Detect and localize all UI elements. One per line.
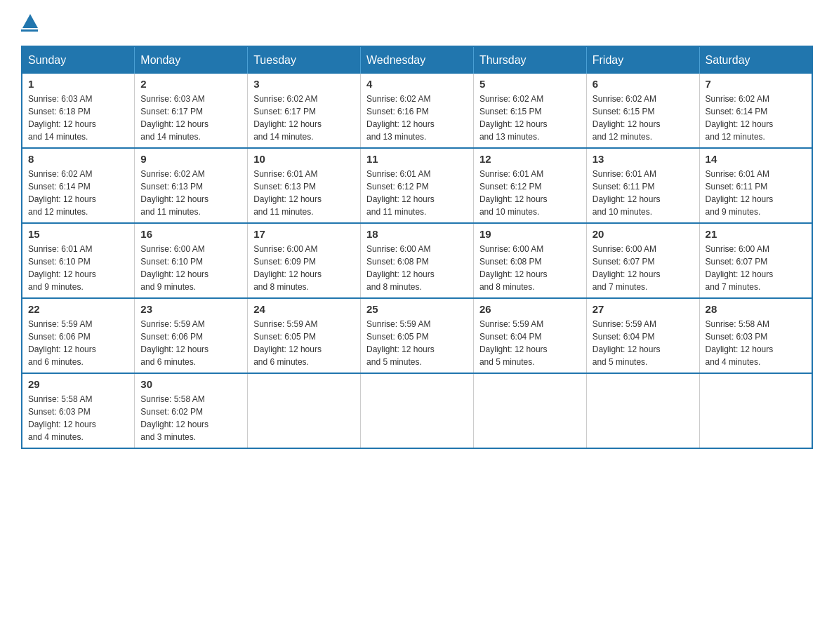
day-info: Sunrise: 6:00 AMSunset: 6:07 PMDaylight:… <box>593 243 694 293</box>
weekday-header-thursday: Thursday <box>473 46 586 74</box>
calendar-week-4: 22Sunrise: 5:59 AMSunset: 6:06 PMDayligh… <box>22 298 812 373</box>
calendar-cell: 11Sunrise: 6:01 AMSunset: 6:12 PMDayligh… <box>361 148 474 223</box>
calendar-cell: 18Sunrise: 6:00 AMSunset: 6:08 PMDayligh… <box>361 223 474 298</box>
day-number: 28 <box>706 303 806 315</box>
weekday-header-tuesday: Tuesday <box>248 46 361 74</box>
calendar-cell: 24Sunrise: 5:59 AMSunset: 6:05 PMDayligh… <box>248 298 361 373</box>
calendar-cell: 10Sunrise: 6:01 AMSunset: 6:13 PMDayligh… <box>248 148 361 223</box>
weekday-header-monday: Monday <box>135 46 248 74</box>
day-number: 9 <box>140 153 241 165</box>
day-number: 13 <box>593 153 694 165</box>
calendar-cell: 25Sunrise: 5:59 AMSunset: 6:05 PMDayligh… <box>361 298 474 373</box>
weekday-header-sunday: Sunday <box>22 46 135 74</box>
day-number: 8 <box>28 153 128 165</box>
day-number: 25 <box>366 303 468 315</box>
calendar-cell <box>361 373 474 448</box>
calendar-week-3: 15Sunrise: 6:01 AMSunset: 6:10 PMDayligh… <box>22 223 812 298</box>
day-info: Sunrise: 5:58 AMSunset: 6:03 PMDaylight:… <box>706 318 806 368</box>
weekday-header-friday: Friday <box>586 46 699 74</box>
day-number: 18 <box>366 228 468 240</box>
calendar-cell: 26Sunrise: 5:59 AMSunset: 6:04 PMDayligh… <box>473 298 586 373</box>
day-number: 1 <box>28 78 128 90</box>
calendar-cell: 12Sunrise: 6:01 AMSunset: 6:12 PMDayligh… <box>473 148 586 223</box>
day-number: 3 <box>253 78 355 90</box>
calendar-header-row: SundayMondayTuesdayWednesdayThursdayFrid… <box>22 46 812 74</box>
calendar-cell: 16Sunrise: 6:00 AMSunset: 6:10 PMDayligh… <box>135 223 248 298</box>
day-info: Sunrise: 6:01 AMSunset: 6:10 PMDaylight:… <box>28 243 128 293</box>
day-number: 30 <box>140 378 241 390</box>
day-info: Sunrise: 6:00 AMSunset: 6:08 PMDaylight:… <box>479 243 581 293</box>
calendar-cell: 4Sunrise: 6:02 AMSunset: 6:16 PMDaylight… <box>361 74 474 148</box>
page-header <box>21 14 813 32</box>
day-info: Sunrise: 6:02 AMSunset: 6:16 PMDaylight:… <box>366 93 468 143</box>
day-number: 6 <box>593 78 694 90</box>
day-info: Sunrise: 5:59 AMSunset: 6:05 PMDaylight:… <box>253 318 355 368</box>
day-info: Sunrise: 6:02 AMSunset: 6:14 PMDaylight:… <box>706 93 806 143</box>
day-info: Sunrise: 6:01 AMSunset: 6:12 PMDaylight:… <box>479 168 581 218</box>
day-number: 15 <box>28 228 128 240</box>
day-number: 19 <box>479 228 581 240</box>
svg-marker-0 <box>22 14 38 28</box>
day-number: 10 <box>253 153 355 165</box>
calendar-cell: 14Sunrise: 6:01 AMSunset: 6:11 PMDayligh… <box>699 148 812 223</box>
day-number: 7 <box>706 78 806 90</box>
day-info: Sunrise: 5:59 AMSunset: 6:06 PMDaylight:… <box>28 318 128 368</box>
logo-underline <box>21 29 38 32</box>
calendar-cell <box>586 373 699 448</box>
day-info: Sunrise: 6:03 AMSunset: 6:18 PMDaylight:… <box>28 93 128 143</box>
calendar-cell <box>473 373 586 448</box>
day-number: 21 <box>706 228 806 240</box>
day-number: 5 <box>479 78 581 90</box>
day-number: 29 <box>28 378 128 390</box>
day-number: 2 <box>140 78 241 90</box>
day-info: Sunrise: 5:58 AMSunset: 6:02 PMDaylight:… <box>140 393 241 443</box>
day-number: 20 <box>593 228 694 240</box>
calendar-cell: 21Sunrise: 6:00 AMSunset: 6:07 PMDayligh… <box>699 223 812 298</box>
calendar-cell: 13Sunrise: 6:01 AMSunset: 6:11 PMDayligh… <box>586 148 699 223</box>
day-info: Sunrise: 6:02 AMSunset: 6:14 PMDaylight:… <box>28 168 128 218</box>
day-info: Sunrise: 5:59 AMSunset: 6:05 PMDaylight:… <box>366 318 468 368</box>
calendar-cell <box>699 373 812 448</box>
day-number: 27 <box>593 303 694 315</box>
calendar-cell: 20Sunrise: 6:00 AMSunset: 6:07 PMDayligh… <box>586 223 699 298</box>
calendar-cell: 2Sunrise: 6:03 AMSunset: 6:17 PMDaylight… <box>135 74 248 148</box>
calendar-cell: 1Sunrise: 6:03 AMSunset: 6:18 PMDaylight… <box>22 74 135 148</box>
day-info: Sunrise: 6:02 AMSunset: 6:17 PMDaylight:… <box>253 93 355 143</box>
calendar-cell: 28Sunrise: 5:58 AMSunset: 6:03 PMDayligh… <box>699 298 812 373</box>
day-info: Sunrise: 6:00 AMSunset: 6:07 PMDaylight:… <box>706 243 806 293</box>
day-info: Sunrise: 6:00 AMSunset: 6:10 PMDaylight:… <box>140 243 241 293</box>
day-number: 17 <box>253 228 355 240</box>
day-info: Sunrise: 6:02 AMSunset: 6:15 PMDaylight:… <box>593 93 694 143</box>
day-number: 23 <box>140 303 241 315</box>
calendar-cell: 19Sunrise: 6:00 AMSunset: 6:08 PMDayligh… <box>473 223 586 298</box>
calendar-week-2: 8Sunrise: 6:02 AMSunset: 6:14 PMDaylight… <box>22 148 812 223</box>
day-info: Sunrise: 6:01 AMSunset: 6:11 PMDaylight:… <box>706 168 806 218</box>
calendar-cell <box>248 373 361 448</box>
calendar-cell: 3Sunrise: 6:02 AMSunset: 6:17 PMDaylight… <box>248 74 361 148</box>
calendar-cell: 29Sunrise: 5:58 AMSunset: 6:03 PMDayligh… <box>22 373 135 448</box>
day-number: 12 <box>479 153 581 165</box>
calendar-cell: 6Sunrise: 6:02 AMSunset: 6:15 PMDaylight… <box>586 74 699 148</box>
day-number: 11 <box>366 153 468 165</box>
day-info: Sunrise: 6:00 AMSunset: 6:09 PMDaylight:… <box>253 243 355 293</box>
day-info: Sunrise: 6:01 AMSunset: 6:13 PMDaylight:… <box>253 168 355 218</box>
logo-triangle-icon <box>22 14 38 28</box>
day-number: 26 <box>479 303 581 315</box>
day-number: 24 <box>253 303 355 315</box>
day-info: Sunrise: 6:03 AMSunset: 6:17 PMDaylight:… <box>140 93 241 143</box>
day-number: 16 <box>140 228 241 240</box>
calendar-cell: 17Sunrise: 6:00 AMSunset: 6:09 PMDayligh… <box>248 223 361 298</box>
day-info: Sunrise: 6:01 AMSunset: 6:11 PMDaylight:… <box>593 168 694 218</box>
day-info: Sunrise: 6:00 AMSunset: 6:08 PMDaylight:… <box>366 243 468 293</box>
calendar-week-1: 1Sunrise: 6:03 AMSunset: 6:18 PMDaylight… <box>22 74 812 148</box>
day-info: Sunrise: 5:59 AMSunset: 6:06 PMDaylight:… <box>140 318 241 368</box>
calendar-cell: 23Sunrise: 5:59 AMSunset: 6:06 PMDayligh… <box>135 298 248 373</box>
weekday-header-saturday: Saturday <box>699 46 812 74</box>
calendar-cell: 7Sunrise: 6:02 AMSunset: 6:14 PMDaylight… <box>699 74 812 148</box>
day-info: Sunrise: 5:59 AMSunset: 6:04 PMDaylight:… <box>593 318 694 368</box>
calendar-cell: 8Sunrise: 6:02 AMSunset: 6:14 PMDaylight… <box>22 148 135 223</box>
day-number: 22 <box>28 303 128 315</box>
calendar-cell: 5Sunrise: 6:02 AMSunset: 6:15 PMDaylight… <box>473 74 586 148</box>
day-info: Sunrise: 6:02 AMSunset: 6:15 PMDaylight:… <box>479 93 581 143</box>
day-info: Sunrise: 6:02 AMSunset: 6:13 PMDaylight:… <box>140 168 241 218</box>
